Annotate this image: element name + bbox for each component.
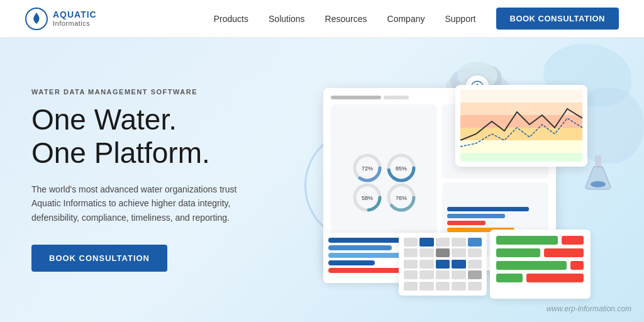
colored-bars-panel (490, 230, 591, 299)
cb-row-2 (496, 248, 584, 257)
nav-resources[interactable]: Resources (325, 14, 367, 24)
logo-informatics: Informatics (53, 19, 97, 27)
logo[interactable]: AQUATIC Informatics (25, 8, 97, 30)
nav-products[interactable]: Products (214, 14, 248, 24)
hero-text-block: WATER DATA MANAGEMENT SOFTWARE One Water… (31, 88, 264, 272)
hero-title: One Water. One Platform. (31, 103, 264, 170)
watermark: www.erp-information.com (547, 304, 631, 313)
hero-book-consultation-button[interactable]: BOOK CONSULTATION (31, 245, 167, 272)
grid-panel (399, 233, 487, 296)
svg-text:85%: 85% (395, 165, 406, 172)
svg-rect-25 (460, 153, 582, 162)
gauges-svg: 72% 85% 58% 76% (350, 150, 419, 213)
svg-rect-23 (460, 128, 582, 140)
svg-text:58%: 58% (361, 195, 372, 201)
svg-rect-26 (595, 155, 601, 167)
logo-icon (25, 8, 48, 30)
nav-solutions[interactable]: Solutions (269, 14, 305, 24)
svg-text:72%: 72% (361, 165, 372, 172)
line-chart-svg (460, 90, 582, 162)
hero-tag: WATER DATA MANAGEMENT SOFTWARE (31, 88, 264, 96)
navbar-book-consultation-button[interactable]: BOOK CONSULTATION (496, 8, 619, 30)
nav-links: Products Solutions Resources Company Sup… (214, 8, 619, 30)
flask-decoration (582, 154, 614, 194)
nav-support[interactable]: Support (445, 14, 475, 24)
svg-point-27 (591, 181, 606, 187)
hero-illustration: 72% 85% 58% 76% (292, 50, 625, 321)
hero-section: WATER DATA MANAGEMENT SOFTWARE One Water… (0, 38, 644, 322)
cb-row-3 (496, 261, 584, 270)
flask-svg (582, 154, 614, 192)
hero-title-line2: One Platform. (31, 136, 210, 169)
cb-row-1 (496, 236, 584, 245)
svg-rect-20 (460, 90, 582, 103)
svg-text:76%: 76% (395, 195, 406, 201)
hero-title-line1: One Water. (31, 103, 177, 136)
navbar: AQUATIC Informatics Products Solutions R… (0, 0, 644, 38)
logo-aquatic: AQUATIC (53, 10, 97, 19)
logo-text: AQUATIC Informatics (53, 10, 97, 27)
hero-description: The world's most advanced water organiza… (31, 182, 264, 225)
cb-row-4 (496, 274, 584, 282)
nav-company[interactable]: Company (387, 14, 425, 24)
line-chart-panel (455, 85, 587, 167)
